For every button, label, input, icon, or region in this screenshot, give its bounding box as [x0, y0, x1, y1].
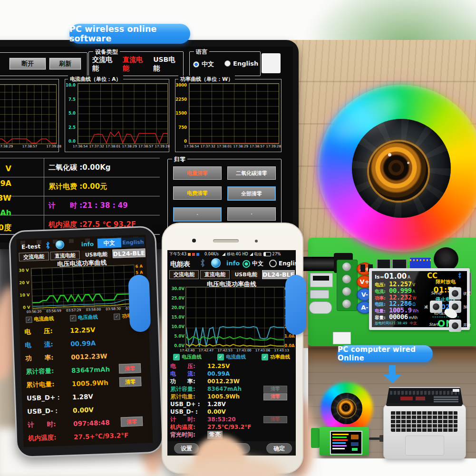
clear-button[interactable]: 清零	[119, 363, 141, 374]
tab-交流电能[interactable]: 交流电能	[19, 252, 49, 262]
stat-label: USB_D+：	[27, 393, 73, 403]
y2-tick: 0.0A	[284, 344, 295, 348]
stat-row: USB_D+ :1.28V	[170, 400, 294, 408]
settings-button[interactable]: 设置	[174, 443, 199, 454]
stat-value: 83647mAh	[71, 365, 110, 374]
stat-label: 机内温度:	[170, 423, 207, 431]
stat-value: 1.28V	[207, 401, 226, 408]
info-link[interactable]: info	[81, 241, 94, 248]
stat-value: 1005.9Wh	[72, 379, 108, 388]
stat-row: 电 压:12.25V	[170, 362, 294, 370]
clear-button[interactable]: 清零	[263, 393, 287, 400]
status-speed: 0.04K/s	[204, 252, 219, 256]
curve-checkbox[interactable]: ✓功率曲线	[262, 354, 290, 360]
stat-value: 27.5℃/93.2°F	[207, 424, 251, 430]
stat-value: 0.00V	[207, 408, 226, 415]
phone1-clip	[128, 274, 151, 332]
stat-label: 计 时:	[28, 419, 74, 429]
clear-button[interactable]: 清零	[119, 377, 142, 387]
checkbox-label: 电流曲线	[34, 315, 54, 322]
checkbox-icon: ✓	[114, 313, 120, 320]
stat-value: 1.28V	[72, 392, 93, 401]
phone2-curve-checkboxes: ✓电压曲线✓电流曲线✓功率曲线	[173, 354, 290, 360]
stat-label: 机内温度:	[28, 433, 74, 443]
stat-row: 累计电量:1005.9Wh清零	[170, 393, 294, 400]
checkbox-label: 电流曲线	[226, 354, 246, 360]
x-tick: 17:43:06	[255, 349, 270, 352]
x-tick: 03:57:29	[66, 308, 81, 312]
stat-label: USB_D-：	[27, 406, 73, 416]
y-tick: 15.0V	[171, 315, 185, 319]
phone1-stats: 电 压:12.25V电 流:00.99A功 率:0012.23W累计容量:836…	[24, 321, 150, 445]
curve-checkbox[interactable]: ✓电压曲线	[70, 314, 98, 321]
phone2-clip	[285, 275, 306, 335]
clear-button[interactable]: 清零	[263, 416, 287, 423]
y-tick: 10.0V	[171, 325, 185, 329]
stat-label: 计 时:	[170, 416, 207, 424]
stat-value: 38:53:20	[207, 416, 236, 423]
y-tick: 10 V	[19, 293, 30, 297]
stat-row: USB_D- :0.00V	[170, 408, 294, 416]
radio-selected-icon	[243, 260, 250, 268]
signal-icon	[250, 253, 253, 256]
checkbox-label: 电压曲线	[182, 354, 202, 360]
curve-checkbox[interactable]: ✓电压曲线	[173, 354, 202, 360]
stat-label: USB_D- :	[170, 408, 207, 415]
phone2-tabs: 交流电能直流电能USB电能DL24-BLE	[169, 270, 295, 279]
globe-icon[interactable]	[211, 258, 221, 268]
stat-label: 累计电量:	[26, 379, 72, 389]
y-tick: 30.0V	[171, 287, 185, 291]
y-tick: 0 V	[23, 305, 30, 310]
stat-label: 电 流:	[170, 370, 207, 378]
info-link[interactable]: info	[226, 260, 240, 267]
status-battery: 27%	[272, 252, 281, 256]
tab-直流电能[interactable]: 直流电能	[200, 270, 230, 279]
stat-label: 电 压:	[24, 326, 70, 336]
stat-value: 00.99A	[70, 339, 96, 348]
stat-label: 功 率:	[170, 378, 207, 386]
stat-label: 电 流:	[25, 340, 71, 350]
tab-直流电能[interactable]: 直流电能	[50, 251, 80, 260]
checkbox-icon: ✓	[70, 315, 76, 321]
phone1-lang-en-tab[interactable]: English	[122, 237, 145, 247]
battery-icon	[263, 252, 271, 256]
phone2-chart: 30.0V25.0V20.0V15.0V10.0V5.0V0.0V 6.0A5.…	[167, 287, 296, 353]
clear-button[interactable]: 清零	[263, 386, 287, 393]
stat-value: 0012.23W	[71, 352, 107, 361]
stat-row: 机内温度:27.5℃/93.2°F	[170, 423, 294, 431]
phone2-sensor	[255, 240, 258, 243]
bluetooth-icon	[45, 241, 51, 249]
curve-checkbox[interactable]: ✓电流曲线	[217, 354, 246, 360]
stat-value: 0.00V	[73, 406, 94, 414]
stat-row: 累计容量:83647mAh清零	[170, 385, 294, 393]
phone1-lang-zh-tab[interactable]: 中文	[97, 238, 122, 248]
stat-row: 电 流:00.99A	[170, 370, 294, 378]
confirm-button[interactable]: 确定	[266, 443, 292, 454]
stat-row: 计 时:38:53:20清零	[170, 416, 294, 423]
stat-value: 0012.23W	[207, 378, 240, 385]
stat-label: USB_D+ :	[170, 401, 207, 408]
phone2-stats: 电 压:12.25V电 流:00.99A功 率:0012.23W累计容量:836…	[170, 362, 294, 438]
tab-USB电能[interactable]: USB电能	[81, 250, 111, 259]
stat-label: 累计容量:	[26, 366, 72, 376]
phone2-earpiece	[213, 239, 239, 243]
x-tick: 17:42:40	[180, 349, 194, 352]
phone2-lang-en-radio[interactable]: English	[269, 260, 302, 267]
tab-交流电能[interactable]: 交流电能	[169, 270, 199, 279]
tab-USB电能[interactable]: USB电能	[231, 270, 261, 279]
notification-icon	[196, 253, 199, 256]
clear-button[interactable]: 清零	[121, 417, 143, 427]
scene: 断开 刷新 设备类型 交流电能直流电能USB电能 语言 中文 English 1…	[0, 0, 476, 476]
y-tick: 30 V	[19, 268, 29, 272]
checkbox-icon: ✓	[262, 354, 268, 360]
stat-label: 功 率:	[25, 353, 71, 363]
stat-label: 累计容量:	[170, 385, 207, 393]
y-tick: 5.0V	[174, 334, 185, 338]
y-tick: 20 V	[19, 281, 29, 285]
phone2-app-name: 电能表	[170, 260, 190, 269]
stat-value: 097:48:48	[73, 418, 110, 427]
y-tick: 0.0V	[174, 344, 185, 348]
phone2-lang-zh-radio[interactable]: 中文	[243, 260, 263, 268]
bluetooth-icon	[200, 259, 205, 267]
curve-checkbox[interactable]: ✓电流曲线	[26, 315, 54, 323]
